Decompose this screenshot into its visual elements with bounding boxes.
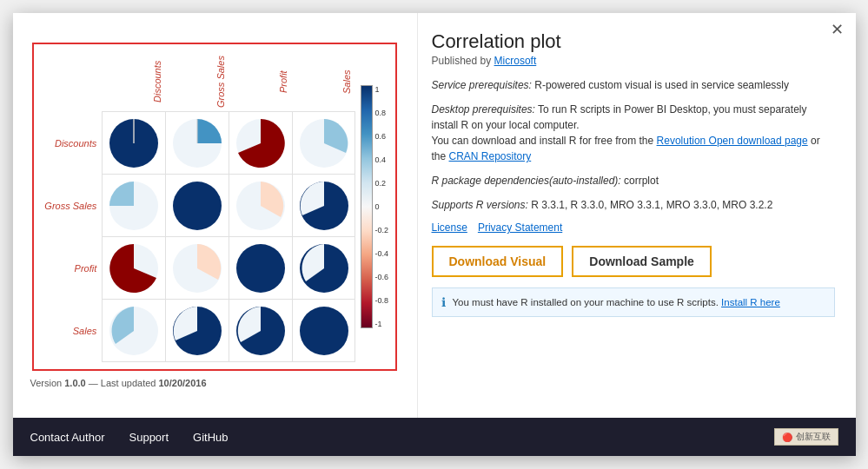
download-visual-button[interactable]: Download Visual [432, 246, 564, 277]
color-bar: 1 0.8 0.6 0.4 0.2 0 -0.2 -0.4 -0.6 -0.8 … [361, 85, 388, 328]
version-date: 10/20/2016 [159, 378, 207, 388]
links-row: License Privacy Statement [432, 221, 835, 234]
install-r-link[interactable]: Install R here [721, 297, 780, 307]
color-bar-labels: 1 0.8 0.6 0.4 0.2 0 -0.2 -0.4 -0.6 -0.8 … [374, 85, 388, 328]
color-bar-gradient [361, 85, 373, 328]
pie-cell [229, 112, 292, 175]
pie-cell [166, 300, 229, 362]
pie-cell [292, 237, 355, 300]
svg-point-17 [300, 307, 348, 355]
service-prereq-label: Service prerequisites: [432, 79, 532, 91]
footer: Contact Author Support GitHub 🔴创新互联 [13, 418, 856, 456]
svg-point-7 [173, 182, 222, 230]
dialog: ✕ Discounts Gross Sales Profit [13, 13, 856, 456]
button-row: Download Visual Download Sample [432, 246, 835, 277]
desktop-prereq-label: Desktop prerequisites: [432, 103, 535, 116]
pie-cell [166, 175, 229, 237]
info-icon: ℹ [441, 295, 446, 309]
pie-cell [166, 237, 229, 300]
table-row: Profit [41, 237, 355, 300]
license-link[interactable]: License [432, 221, 467, 234]
publisher-prefix: Published by [432, 55, 494, 67]
watermark: 🔴创新互联 [774, 428, 838, 446]
footer-contact-author[interactable]: Contact Author [30, 431, 105, 444]
pie-cell [103, 112, 166, 175]
r-package-deps: R package dependencies(auto-installed): … [432, 173, 835, 188]
privacy-link[interactable]: Privacy Statement [478, 221, 562, 234]
desktop-prereq: Desktop prerequisites: To run R scripts … [432, 102, 835, 164]
version-text: Version 1.0.0 — Last updated 10/20/2016 [30, 378, 207, 388]
row-label-profit: Profit [41, 237, 103, 300]
download-sample-button[interactable]: Download Sample [572, 246, 712, 277]
pie-cell [103, 175, 166, 237]
pie-cell [292, 300, 355, 362]
pie-cell [229, 237, 292, 300]
col-header-gross-sales: Gross Sales [166, 51, 229, 112]
pie-cell [292, 175, 355, 237]
table-row: Discounts [41, 112, 355, 175]
close-button[interactable]: ✕ [831, 22, 844, 37]
pie-cell [229, 175, 292, 237]
col-header-profit: Profit [229, 51, 292, 112]
footer-support[interactable]: Support [129, 431, 169, 444]
footer-github[interactable]: GitHub [193, 431, 228, 444]
service-prereq: Service prerequisites: R-powered custom … [432, 77, 835, 93]
r-versions: Supports R versions: R 3.3.1, R 3.3.0, M… [432, 197, 835, 213]
col-header-sales: Sales [292, 51, 355, 112]
visual-preview: Discounts Gross Sales Profit Sales Disco… [32, 43, 397, 372]
pie-cell [103, 300, 166, 362]
col-header-discounts: Discounts [103, 51, 166, 112]
pie-cell [103, 237, 166, 300]
info-text: You must have R installed on your machin… [453, 297, 780, 307]
revolution-link[interactable]: Revolution Open download page [657, 135, 808, 147]
version-number: 1.0.0 [64, 378, 85, 388]
correlation-grid: Discounts Gross Sales Profit Sales Disco… [41, 51, 355, 363]
pie-cell [229, 300, 292, 362]
r-pkg-label: R package dependencies(auto-installed): [432, 175, 621, 187]
svg-point-12 [236, 244, 285, 293]
right-panel: Correlation plot Published by Microsoft … [417, 13, 856, 418]
r-versions-label: Supports R versions: [432, 199, 528, 211]
dialog-body: Discounts Gross Sales Profit Sales Disco… [13, 13, 856, 418]
info-box: ℹ You must have R installed on your mach… [432, 287, 835, 317]
cran-link[interactable]: CRAN Repository [449, 150, 532, 162]
correlation-table: Discounts Gross Sales Profit Sales Disco… [41, 51, 355, 363]
row-label-gross-sales: Gross Sales [41, 175, 103, 237]
publisher-link[interactable]: Microsoft [494, 55, 537, 67]
pie-cell [166, 112, 229, 175]
pie-cell [292, 112, 355, 175]
row-label-sales: Sales [41, 300, 103, 362]
page-title: Correlation plot [432, 30, 835, 53]
grid-and-bar: Discounts Gross Sales Profit Sales Disco… [41, 51, 388, 363]
table-row: Sales [41, 300, 355, 362]
left-panel: Discounts Gross Sales Profit Sales Disco… [13, 13, 417, 418]
publisher-line: Published by Microsoft [432, 55, 835, 67]
row-label-discounts: Discounts [41, 112, 103, 175]
table-row: Gross Sales [41, 175, 355, 237]
